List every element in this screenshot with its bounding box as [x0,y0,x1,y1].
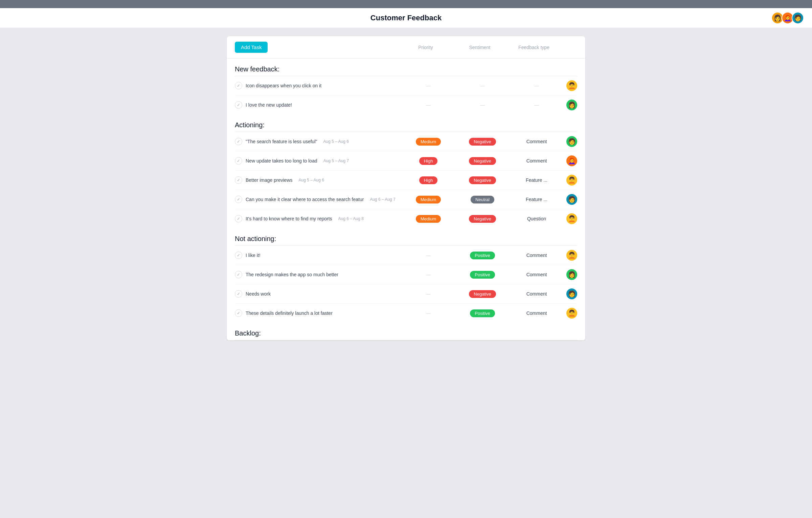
add-task-button[interactable]: Add Task [235,42,268,53]
task-row[interactable]: ✓Icon disappears when you click on it———… [235,76,577,95]
task-checkbox-area: ✓Icon disappears when you click on it [235,82,401,89]
sentiment-col-header: Sentiment [453,45,507,50]
task-date: Aug 5 – Aug 6 [323,139,348,144]
task-columns: MediumNegativeComment [401,138,564,146]
checkbox-icon[interactable]: ✓ [235,157,242,165]
section-title: Backlog: [235,323,577,340]
task-avatar: 🧑‍🦱 [566,80,577,91]
task-columns: ——— [401,102,564,108]
task-date: Aug 6 – Aug 7 [370,197,395,202]
header-avatars: 👩👩‍🦰🧑 [771,12,804,24]
task-checkbox-area: ✓I love the new update! [235,101,401,109]
empty-dash: — [426,83,431,88]
checkbox-icon[interactable]: ✓ [235,290,242,298]
empty-dash: — [534,83,539,88]
feedback-type-value: Comment [526,139,547,144]
priority-badge: Medium [416,215,441,223]
task-row[interactable]: ✓Can you make it clear where to access t… [235,190,577,209]
task-date: Aug 5 – Aug 6 [299,178,324,182]
sentiment-badge: Negative [469,157,496,165]
section-new-feedback: New feedback:✓Icon disappears when you c… [227,59,585,114]
sentiment-badge: Negative [469,176,496,184]
task-row[interactable]: ✓I like it!—PositiveComment🧑‍🦱 [235,246,577,265]
priority-badge: Medium [416,138,441,146]
priority-col-header: Priority [399,45,453,50]
task-avatar: 🧑 [566,194,577,205]
task-name: Needs work [246,291,271,297]
task-name: I like it! [246,253,261,258]
task-avatar: 🧑‍🦱 [566,175,577,186]
checkbox-icon[interactable]: ✓ [235,82,242,89]
task-row[interactable]: ✓These details definitely launch a lot f… [235,304,577,323]
task-columns: —PositiveComment [401,271,564,279]
feedback-type-value: Comment [526,158,547,164]
empty-dash: — [480,102,485,108]
checkbox-icon[interactable]: ✓ [235,215,242,222]
feedback-type-cell: Comment [510,253,564,258]
priority-cell: High [401,157,455,165]
priority-cell: High [401,176,455,184]
priority-cell: — [401,291,455,297]
task-checkbox-area: ✓I like it! [235,252,401,259]
feedback-type-cell: Comment [510,272,564,277]
task-name: "The search feature is less useful" [246,139,317,144]
sentiment-cell: Neutral [455,196,510,203]
checkbox-icon[interactable]: ✓ [235,309,242,317]
task-columns: MediumNeutralFeature ... [401,196,564,203]
header: Customer Feedback 👩👩‍🦰🧑 [0,8,812,28]
section-actioning: Actioning:✓"The search feature is less u… [227,114,585,228]
priority-cell: Medium [401,215,455,223]
task-row[interactable]: ✓I love the new update!———👩 [235,95,577,114]
task-row[interactable]: ✓"The search feature is less useful"Aug … [235,132,577,151]
empty-dash: — [426,102,431,108]
task-avatar: 🧑 [566,288,577,299]
task-date: Aug 6 – Aug 8 [338,216,364,221]
task-checkbox-area: ✓It's hard to know where to find my repo… [235,215,401,222]
task-name: The redesign makes the app so much bette… [246,272,338,277]
task-checkbox-area: ✓Needs work [235,290,401,298]
task-name: It's hard to know where to find my repor… [246,216,332,221]
task-avatar: 🧑‍🦱 [566,308,577,319]
task-columns: —PositiveComment [401,309,564,317]
section-backlog: Backlog: [227,323,585,340]
task-checkbox-area: ✓These details definitely launch a lot f… [235,309,401,317]
task-row[interactable]: ✓Better image previewsAug 5 – Aug 6HighN… [235,171,577,190]
feedback-type-value: Comment [526,272,547,277]
priority-badge: Medium [416,196,441,203]
task-checkbox-area: ✓"The search feature is less useful"Aug … [235,138,401,145]
task-columns: MediumNegativeQuestion [401,215,564,223]
task-name: Better image previews [246,177,293,183]
feedback-type-cell: Comment [510,291,564,297]
sentiment-cell: Negative [455,157,510,165]
task-avatar: 👩 [566,100,577,110]
task-date: Aug 5 – Aug 7 [323,158,349,163]
sentiment-cell: Negative [455,176,510,184]
sentiment-badge: Positive [470,252,495,259]
priority-cell: — [401,272,455,277]
empty-dash: — [426,310,431,316]
feedback-type-cell: Comment [510,310,564,316]
checkbox-icon[interactable]: ✓ [235,176,242,184]
priority-badge: High [419,157,438,165]
checkbox-icon[interactable]: ✓ [235,252,242,259]
task-row[interactable]: ✓New update takes too long to loadAug 5 … [235,151,577,171]
task-checkbox-area: ✓Better image previewsAug 5 – Aug 6 [235,176,401,184]
task-row[interactable]: ✓It's hard to know where to find my repo… [235,209,577,228]
task-checkbox-area: ✓The redesign makes the app so much bett… [235,271,401,278]
checkbox-icon[interactable]: ✓ [235,138,242,145]
empty-dash: — [426,272,431,277]
priority-cell: — [401,310,455,316]
priority-cell: Medium [401,196,455,203]
checkbox-icon[interactable]: ✓ [235,196,242,203]
task-row[interactable]: ✓The redesign makes the app so much bett… [235,265,577,284]
priority-badge: High [419,176,438,184]
priority-cell: — [401,102,455,108]
task-row[interactable]: ✓Needs work—NegativeComment🧑 [235,284,577,304]
task-columns: —NegativeComment [401,290,564,298]
feedback-type-cell: Question [510,216,564,221]
checkbox-icon[interactable]: ✓ [235,271,242,278]
sections-container: New feedback:✓Icon disappears when you c… [227,59,585,340]
section-title: New feedback: [235,59,577,76]
section-title: Actioning: [235,114,577,132]
checkbox-icon[interactable]: ✓ [235,101,242,109]
